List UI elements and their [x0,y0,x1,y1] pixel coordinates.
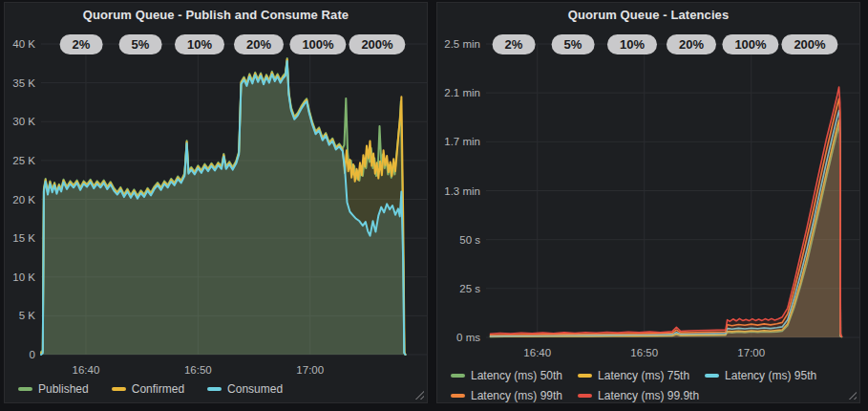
legend-item-Consumed[interactable]: Consumed [207,382,283,396]
annotation-pill-100%[interactable]: 100% [289,34,346,54]
annotation-pill-200%[interactable]: 200% [349,34,405,54]
y-tick-label: 25 s [459,283,480,294]
x-tick-label: 16:40 [523,347,551,358]
y-tick-label: 2.1 min [444,87,480,98]
y-tick-label: 0 [30,349,35,360]
panel-publish-consume-rate: Quorum Queue - Publish and Consume Rate … [4,2,428,403]
legend-swatch-icon [578,394,592,398]
legend-label: Latency (ms) 95th [725,369,816,382]
annotation-pill-100%[interactable]: 100% [722,34,778,54]
legend-label: Latency (ms) 99th [471,389,562,402]
x-tick-label: 17:00 [296,364,324,376]
y-tick-label: 1.7 min [444,136,480,147]
legend-label: Confirmed [132,382,184,396]
annotation-pill-10%[interactable]: 10% [607,34,657,54]
annotation-pill-2%[interactable]: 2% [493,34,536,54]
panel-latencies: Quorum Queue - Latencies 0 ms25 s50 s1.3… [436,2,860,403]
annotation-pill-10%[interactable]: 10% [175,34,224,54]
legend-item-Published[interactable]: Published [18,382,89,396]
x-tick-label: 16:50 [184,364,212,376]
plot-area[interactable] [486,44,860,337]
x-tick-label: 16:50 [630,347,658,358]
y-tick-label: 1.3 min [444,185,480,197]
legend-item-Confirmed[interactable]: Confirmed [112,382,184,396]
y-tick-label: 20 K [12,194,35,206]
legend-label: Latency (ms) 75th [598,369,689,382]
chart-legend: PublishedConfirmedConsumed [18,382,283,396]
legend-item-Latency (ms) 99th[interactable]: Latency (ms) 99th [451,389,562,402]
panel-title[interactable]: Quorum Queue - Publish and Consume Rate [5,8,427,22]
legend-swatch-icon [207,387,222,391]
legend-swatch-icon [578,374,592,378]
panel-resize-handle[interactable] [414,390,424,400]
legend-label: Consumed [227,382,283,396]
annotation-pill-5%[interactable]: 5% [119,34,162,54]
x-tick-label: 17:00 [737,347,765,358]
legend-label: Published [38,382,89,396]
annotation-pill-row: 2%5%10%20%100%200% [5,34,427,54]
y-tick-label: 0 ms [456,332,480,343]
annotation-pill-row: 2%5%10%20%100%200% [437,34,859,54]
annotation-pill-5%[interactable]: 5% [552,34,595,54]
legend-label: Latency (ms) 50th [471,369,562,382]
chart-legend: Latency (ms) 50thLatency (ms) 75thLatenc… [451,369,835,402]
x-tick-label: 16:40 [73,364,100,376]
panel-resize-handle[interactable] [847,390,857,400]
legend-swatch-icon [451,394,465,398]
legend-swatch-icon [451,374,465,378]
y-tick-label: 10 K [12,271,35,283]
y-tick-label: 50 s [459,234,480,246]
annotation-pill-2%[interactable]: 2% [60,34,103,54]
legend-label: Latency (ms) 99.9th [598,389,699,402]
legend-swatch-icon [112,387,126,391]
y-tick-label: 5 K [19,310,36,321]
legend-swatch-icon [705,374,719,378]
y-tick-label: 35 K [12,77,35,89]
panel-title[interactable]: Quorum Queue - Latencies [437,8,859,22]
annotation-pill-20%[interactable]: 20% [667,34,716,54]
legend-item-Latency (ms) 50th[interactable]: Latency (ms) 50th [451,369,562,382]
latencies-chart[interactable]: 0 ms25 s50 s1.3 min1.7 min2.1 min2.5 min… [437,3,861,404]
y-tick-label: 25 K [12,155,35,166]
plot-area[interactable] [41,44,428,355]
legend-item-Latency (ms) 95th[interactable]: Latency (ms) 95th [705,369,816,382]
y-tick-label: 30 K [12,116,35,127]
annotation-pill-200%[interactable]: 200% [781,34,837,54]
annotation-pill-20%[interactable]: 20% [234,34,284,54]
legend-item-Latency (ms) 75th[interactable]: Latency (ms) 75th [578,369,689,382]
legend-item-Latency (ms) 99.9th[interactable]: Latency (ms) 99.9th [578,389,699,402]
y-tick-label: 15 K [12,232,35,244]
publish-consume-rate-chart[interactable]: 05 K10 K15 K20 K25 K30 K35 K40 K16:4016:… [5,3,429,404]
legend-swatch-icon [18,387,32,391]
